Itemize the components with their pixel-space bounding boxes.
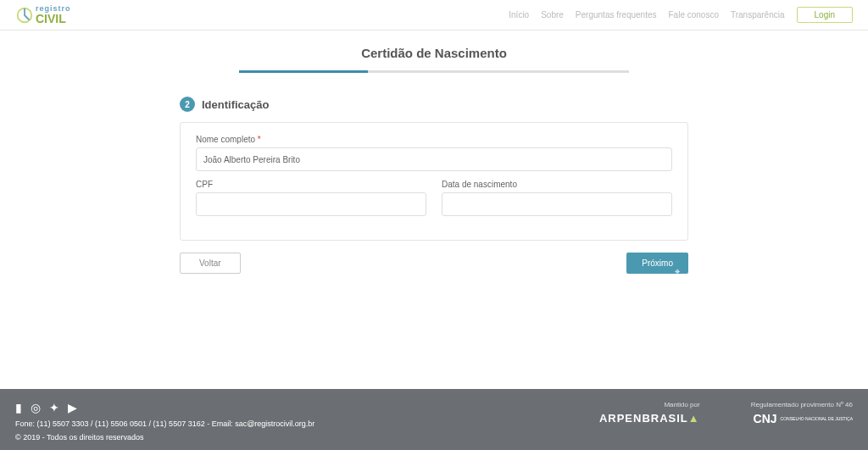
next-button[interactable]: Próximo ⌖ xyxy=(626,253,688,274)
back-button[interactable]: Voltar xyxy=(180,253,241,274)
nome-label: Nome completo * xyxy=(196,135,672,144)
nav-sobre[interactable]: Sobre xyxy=(541,10,564,19)
form-block: 2 Identificação Nome completo * CPF D xyxy=(180,97,688,274)
logo-icon xyxy=(15,6,34,25)
login-button[interactable]: Login xyxy=(797,7,853,23)
nav-inicio[interactable]: Início xyxy=(509,10,529,19)
header: registro CIVIL Início Sobre Perguntas fr… xyxy=(0,0,868,31)
footer-copyright: © 2019 - Todos os direitos reservados xyxy=(15,433,314,442)
actions: Voltar Próximo ⌖ xyxy=(180,253,688,274)
youtube-icon[interactable]: ▶ xyxy=(68,401,77,414)
progress-bar xyxy=(239,70,629,73)
data-input[interactable] xyxy=(442,192,672,216)
instagram-icon[interactable]: ◎ xyxy=(31,401,41,414)
cpf-label: CPF xyxy=(196,180,426,189)
cursor-icon: ⌖ xyxy=(675,266,680,277)
footer-contact: Fone: (11) 5507 3303 / (11) 5506 0501 / … xyxy=(15,419,314,428)
data-label: Data de nascimento xyxy=(442,180,672,189)
regulamentado-label: Regulamentado provimento Nº 46 xyxy=(751,401,853,408)
cpf-input[interactable] xyxy=(196,192,426,216)
cnj-brand: CNJ CONSELHO NACIONAL DE JUSTIÇA xyxy=(754,412,853,425)
nav-transparencia[interactable]: Transparência xyxy=(731,10,785,19)
social-icons: ▮ ◎ ✦ ▶ xyxy=(15,401,314,414)
step-title: Identificação xyxy=(202,98,269,111)
nav-perguntas[interactable]: Perguntas frequentes xyxy=(576,10,657,19)
facebook-icon[interactable]: ▮ xyxy=(15,401,22,414)
nav: Início Sobre Perguntas frequentes Fale c… xyxy=(509,7,853,23)
logo-text-bottom: CIVIL xyxy=(36,13,71,25)
arpen-brand: ARPENBRASIL▲ xyxy=(599,412,700,425)
step-header: 2 Identificação xyxy=(180,97,688,112)
step-number: 2 xyxy=(180,97,195,112)
logo[interactable]: registro CIVIL xyxy=(15,5,71,25)
page-title: Certidão de Nascimento xyxy=(361,46,507,60)
main: Certidão de Nascimento 2 Identificação N… xyxy=(0,31,868,389)
nav-fale[interactable]: Fale conosco xyxy=(668,10,718,19)
nome-input[interactable] xyxy=(196,147,672,171)
progress-fill xyxy=(239,70,368,73)
twitter-icon[interactable]: ✦ xyxy=(49,401,59,414)
form-card: Nome completo * CPF Data de nascimento xyxy=(180,122,688,241)
footer: ▮ ◎ ✦ ▶ Fone: (11) 5507 3303 / (11) 5506… xyxy=(0,389,868,450)
mantido-label: Mantido por xyxy=(664,401,699,408)
